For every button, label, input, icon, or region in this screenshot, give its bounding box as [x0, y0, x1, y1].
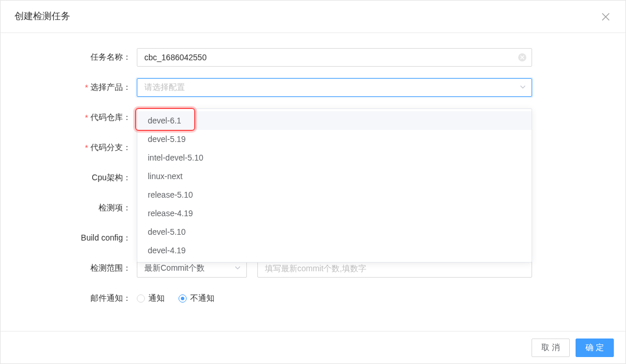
task-name-wrap: [137, 48, 532, 67]
label-mail: 邮件通知：: [1, 293, 137, 304]
product-dropdown[interactable]: devel-6.1devel-5.19intel-devel-5.10linux…: [137, 108, 532, 263]
dropdown-item[interactable]: intel-devel-5.10: [137, 148, 532, 167]
product-select-wrap: 请选择配置: [137, 78, 532, 97]
mail-radio-group: 通知 不通知: [137, 293, 532, 304]
confirm-button[interactable]: 确 定: [576, 338, 614, 357]
create-task-modal: 创建检测任务 任务名称： *选择产品： 请选择配置: [0, 0, 626, 364]
modal-title: 创建检测任务: [14, 10, 70, 23]
mail-radio-no-label: 不通知: [190, 293, 214, 304]
dropdown-item[interactable]: devel-4.19: [137, 241, 532, 260]
label-build: Build config：: [1, 233, 137, 243]
mail-radio-yes-label: 通知: [148, 293, 165, 304]
label-branch: *代码分支：: [1, 143, 137, 153]
dropdown-item[interactable]: release-5.10: [137, 185, 532, 204]
label-repo: *代码仓库：: [1, 112, 137, 123]
label-product: *选择产品：: [1, 82, 137, 93]
dropdown-item[interactable]: linux-next: [137, 167, 532, 185]
task-name-input[interactable]: [137, 48, 532, 67]
range-select-value: 最新Commit个数: [144, 263, 205, 274]
product-placeholder: 请选择配置: [144, 82, 185, 93]
dropdown-item[interactable]: devel-6.1: [137, 111, 532, 130]
modal-footer: 取 消 确 定: [1, 331, 625, 363]
close-icon[interactable]: [600, 11, 612, 23]
dropdown-item[interactable]: devel-5.19: [137, 130, 532, 148]
mail-radio-no[interactable]: 不通知: [179, 293, 214, 304]
product-select[interactable]: 请选择配置: [137, 78, 532, 97]
clear-icon[interactable]: [518, 53, 526, 61]
mail-radio-yes[interactable]: 通知: [137, 293, 165, 304]
label-cpu: Cpu架构：: [1, 173, 137, 183]
row-mail: 邮件通知： 通知 不通知: [1, 289, 625, 308]
label-task-name: 任务名称：: [1, 52, 137, 63]
row-product: *选择产品： 请选择配置: [1, 78, 625, 97]
modal-body: 任务名称： *选择产品： 请选择配置 *代码仓库：: [1, 33, 625, 331]
label-range: 检测范围：: [1, 263, 137, 274]
row-task-name: 任务名称：: [1, 48, 625, 67]
cancel-button[interactable]: 取 消: [532, 338, 570, 357]
dropdown-item[interactable]: release-4.19: [137, 204, 532, 223]
modal-header: 创建检测任务: [1, 1, 625, 33]
dropdown-item[interactable]: devel-5.10: [137, 223, 532, 241]
label-check: 检测项：: [1, 203, 137, 213]
